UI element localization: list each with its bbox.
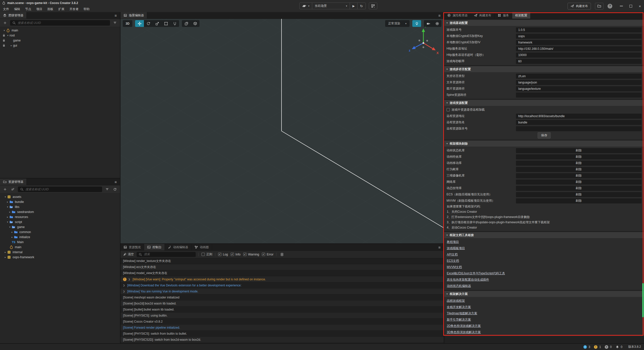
chevron-right-icon[interactable]: ▸ xyxy=(10,236,14,238)
menu-panel[interactable]: 面板 xyxy=(45,7,56,11)
field-input[interactable] xyxy=(516,93,641,98)
remove-module-button[interactable]: 剔除 xyxy=(516,161,641,166)
expand-arrow-icon[interactable]: ❯ xyxy=(128,278,131,281)
field-input[interactable] xyxy=(516,126,641,131)
field-input[interactable]: framework xyxy=(516,40,641,45)
transform-gizmo-button[interactable] xyxy=(170,20,179,27)
section-header[interactable]: ▾框架模块剔除 xyxy=(444,141,644,147)
chevron-down-icon[interactable]: ▾ xyxy=(6,221,9,223)
expand-arrow-icon[interactable]: ❯ xyxy=(123,290,126,293)
build-publish-button[interactable]: 构建发布 xyxy=(568,3,591,10)
doc-link[interactable]: ECS文档 xyxy=(444,258,644,264)
chevron-right-icon[interactable]: ▸ xyxy=(6,201,9,203)
doc-link[interactable]: API文档 xyxy=(444,251,644,258)
tree-row-libs[interactable]: ▾libs xyxy=(0,204,120,209)
tab-scene-editor[interactable]: 场景编辑器 xyxy=(120,12,147,19)
doc-link[interactable]: 3D角色扮演游戏解决方案 xyxy=(444,329,644,335)
tab-asset-preview[interactable]: 资源预览 xyxy=(120,244,144,250)
menu-extension[interactable]: 扩展 xyxy=(56,7,67,11)
log-row[interactable]: !❯[Window] [Vue warn]: Property "onInput… xyxy=(120,276,444,282)
remove-module-button[interactable]: 剔除 xyxy=(516,154,641,159)
doc-link[interactable]: 战棋游戏框架 xyxy=(444,298,644,304)
console-log-list[interactable]: [Window] render_texture文件夹存在[Window] ecs… xyxy=(120,258,444,343)
menu-edit[interactable]: 编辑 xyxy=(12,7,23,11)
snap-settings-button[interactable] xyxy=(182,20,191,27)
log-row[interactable]: [Scene] [PHYSICS]: using builtin. xyxy=(120,313,444,319)
doc-link[interactable]: Tiledmap地图解决方案 xyxy=(444,310,644,317)
chevron-down-icon[interactable]: ▾ xyxy=(8,226,12,228)
field-input[interactable]: http://192.168.0.150/main/ xyxy=(516,46,641,51)
field-input[interactable]: zh,en xyxy=(516,74,641,79)
create-node-button[interactable] xyxy=(2,20,8,26)
create-asset-button[interactable] xyxy=(2,187,8,192)
remove-module-button[interactable]: 剔除 xyxy=(516,167,641,172)
toggle-2d3d-button[interactable]: 3D xyxy=(123,20,132,27)
scrollbar-thumb[interactable] xyxy=(642,283,644,317)
filter-info-checkbox[interactable]: ✓ Info xyxy=(231,253,240,256)
remove-module-button[interactable]: 剔除 xyxy=(516,192,641,197)
tree-row-resources[interactable]: ▸resources xyxy=(0,214,120,220)
section-header[interactable]: ▾框架解决方案 xyxy=(444,291,644,297)
open-project-folder-button[interactable] xyxy=(595,3,603,10)
doc-link[interactable]: 原生包热更新配置自动生成插件 xyxy=(444,277,644,283)
field-input[interactable]: 10000 xyxy=(516,53,641,58)
tree-row-common[interactable]: ▸common xyxy=(0,230,120,235)
tab-console[interactable]: 控制台 xyxy=(144,244,165,250)
minimize-button[interactable] xyxy=(620,6,623,6)
tree-row-seedrandom[interactable]: ▸seedrandom xyxy=(0,209,120,214)
menu-file[interactable]: 文件 xyxy=(1,7,12,11)
chevron-down-icon[interactable]: ▾ xyxy=(6,206,9,208)
field-input[interactable]: bundle xyxy=(516,120,641,125)
remove-module-button[interactable]: 剔除 xyxy=(516,186,641,191)
log-row[interactable]: [Scene] [PHYSICS]: switch from builtin t… xyxy=(120,331,444,337)
field-input[interactable]: 1.0.5 xyxy=(516,27,641,32)
log-row[interactable]: ❯[Window] You are running Vue in develop… xyxy=(120,288,444,294)
hierarchy-search-input[interactable]: 搜索名称或 UUID xyxy=(10,20,110,26)
tree-row-game[interactable]: game xyxy=(0,38,120,43)
assets-filter-button[interactable] xyxy=(104,187,110,192)
section-header[interactable]: ▾框架文档工具链接 xyxy=(444,232,644,238)
console-search-input[interactable]: 搜索 xyxy=(137,252,196,257)
chevron-right-icon[interactable]: ▸ xyxy=(4,251,7,253)
log-row[interactable]: [Scene] [box2d]:box2d wasm lib loaded. xyxy=(120,300,444,307)
warning-count-icon[interactable]: ! xyxy=(594,345,597,349)
section-header[interactable]: ▾游戏多语言配置 xyxy=(444,66,644,72)
remove-module-button[interactable]: 剔除 xyxy=(516,198,641,203)
tab-property-inspector[interactable]: 属性检查器 xyxy=(444,12,471,19)
log-row[interactable]: [Scene] [PHYSICS2D]: switch from box2d-w… xyxy=(120,337,444,343)
rect-tool-button[interactable] xyxy=(162,20,170,27)
render-mode-select[interactable]: 正常渲染 ▾ xyxy=(385,20,410,27)
tree-row-internal[interactable]: ▸internal xyxy=(0,250,120,255)
filter-log-checkbox[interactable]: ✓ Log xyxy=(218,253,228,256)
tab-hierarchy[interactable]: 层级管理器 xyxy=(0,12,27,19)
assets-sort-button[interactable] xyxy=(10,187,16,192)
menu-node[interactable]: 节点 xyxy=(23,7,34,11)
log-row[interactable]: [Window] render_texture文件夹存在 xyxy=(120,258,444,264)
log-row[interactable]: [Scene] [bullet]:bullet wasm lib loaded. xyxy=(120,307,444,313)
menu-help[interactable]: 帮助 xyxy=(81,7,92,11)
tab-services[interactable]: 服务 xyxy=(495,12,512,19)
error-count-icon[interactable]: × xyxy=(605,345,608,349)
scene-light-toggle[interactable] xyxy=(412,20,421,27)
tree-row-main[interactable]: ▾main xyxy=(0,28,120,33)
scale-tool-button[interactable] xyxy=(153,20,162,27)
remove-module-button[interactable]: 剔除 xyxy=(516,148,641,153)
chevron-right-icon[interactable]: ▸ xyxy=(8,211,12,213)
remove-module-button[interactable]: 剔除 xyxy=(516,180,641,185)
coordinate-mode-button[interactable] xyxy=(191,20,199,27)
play-button[interactable]: ▶ xyxy=(350,3,357,9)
tab-animation-editor[interactable]: 动画编辑器 xyxy=(165,244,191,250)
tree-row-main[interactable]: main xyxy=(0,245,120,250)
doc-link[interactable]: 教程项目 xyxy=(444,239,644,245)
doc-link[interactable]: 游戏模板项目 xyxy=(444,245,644,251)
chevron-down-icon[interactable]: ▾ xyxy=(6,34,10,37)
help-button[interactable]: ? xyxy=(608,4,612,9)
move-tool-button[interactable] xyxy=(135,20,144,27)
tree-row-assets[interactable]: ▾assets xyxy=(0,194,120,199)
tree-row-bundle[interactable]: ▸bundle xyxy=(0,199,120,204)
tab-framework-config[interactable]: 框架配置 xyxy=(512,12,531,19)
console-export-button[interactable] xyxy=(279,252,285,257)
doc-link[interactable]: 新手引导解决方案 xyxy=(444,317,644,323)
field-input[interactable]: 60 xyxy=(516,59,641,64)
assets-search-input[interactable]: 搜索名称或 UUID xyxy=(18,187,102,192)
